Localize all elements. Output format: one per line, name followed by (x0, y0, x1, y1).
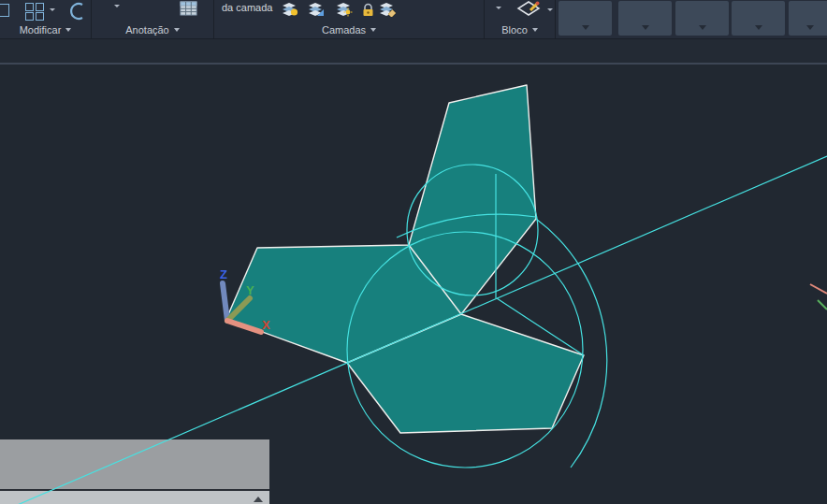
drawing-area-header (0, 39, 827, 65)
stretch-icon[interactable] (0, 4, 9, 17)
ribbon-panel-anotacao: Anotação (92, 0, 213, 38)
chevron-down-icon (65, 28, 71, 32)
command-window[interactable] (0, 439, 269, 489)
chevron-down-icon (642, 25, 649, 30)
chevron-down-icon (699, 25, 706, 30)
panel-label-text: Camadas (322, 24, 366, 36)
layer-on-icon[interactable] (282, 1, 298, 17)
chevron-down-icon (370, 28, 376, 32)
layer-match-icon[interactable] (308, 1, 325, 17)
command-input-row[interactable] (0, 489, 269, 504)
text-dropdown-icon[interactable] (114, 5, 120, 7)
panel-label-camadas[interactable]: Camadas (214, 24, 484, 36)
chevron-down-icon (582, 25, 589, 30)
collapsed-ribbon-panel[interactable] (675, 1, 729, 36)
chevron-down-icon (755, 25, 762, 30)
panel-separator (555, 0, 556, 38)
layer-freeze-icon[interactable] (379, 1, 397, 17)
block-edit-icon[interactable] (516, 0, 544, 18)
ribbon-panel-bloco: Bloco (485, 0, 555, 38)
panel-label-text: Anotação (125, 24, 168, 36)
collapsed-ribbon-panel[interactable] (732, 1, 785, 36)
chevron-down-icon (174, 28, 180, 32)
ribbon-panel-modificar: Modificar (0, 0, 91, 38)
ribbon: Modificar Anotação da camada (0, 0, 827, 39)
array-icon[interactable] (25, 12, 34, 21)
panel-label-modificar[interactable]: Modificar (0, 24, 91, 36)
collapsed-ribbon-panel[interactable] (559, 1, 612, 36)
array-icon[interactable] (36, 3, 44, 11)
model-space-viewport[interactable] (0, 65, 827, 504)
fillet-icon[interactable] (64, 2, 86, 21)
layer-isolate-icon[interactable] (336, 1, 353, 17)
array-icon[interactable] (36, 12, 44, 21)
table-icon[interactable] (180, 1, 198, 17)
array-dropdown-icon[interactable] (50, 8, 55, 11)
panel-label-anotacao[interactable]: Anotação (92, 24, 213, 36)
ribbon-panel-camadas: da camada Camadas (214, 0, 484, 38)
block-dropdown-icon[interactable] (496, 7, 501, 9)
collapsed-ribbon-panel[interactable] (789, 1, 827, 36)
layer-lock-icon[interactable] (360, 1, 376, 17)
scroll-up-icon[interactable] (254, 497, 263, 502)
collapsed-ribbon-panel[interactable] (618, 1, 672, 36)
array-icon[interactable] (25, 3, 34, 11)
block-flyout-icon[interactable] (547, 8, 553, 11)
chevron-down-icon (532, 28, 538, 32)
panel-label-text: Modificar (20, 24, 62, 36)
chevron-down-icon (806, 25, 814, 30)
panel-label-bloco[interactable]: Bloco (485, 24, 555, 36)
autocad-window: { "ribbon": { "panels": { "modificar": {… (0, 0, 827, 504)
panel-label-text: Bloco (501, 24, 528, 36)
layer-button-label[interactable]: da camada (222, 2, 272, 13)
